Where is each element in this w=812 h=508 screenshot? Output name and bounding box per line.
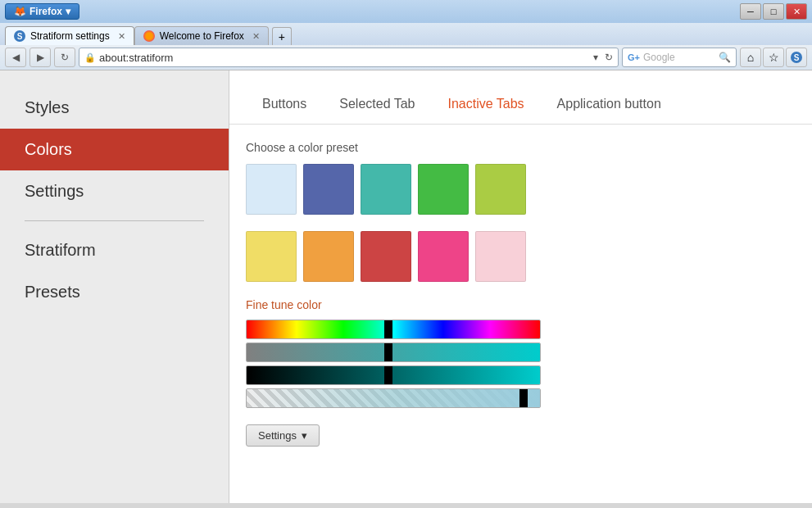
window-controls: ─ □ ✕ — [740, 3, 807, 20]
forward-button[interactable]: ▶ — [29, 48, 51, 67]
firefox-menu-button[interactable]: 🦊 Firefox ▾ — [5, 3, 79, 20]
app-container: Styles Colors Settings Stratiform Preset… — [0, 70, 812, 503]
nav-bar: ◀ ▶ ↻ 🔒 about:stratiform ▾ ↻ G+ Google 🔍… — [0, 45, 812, 70]
account-button[interactable]: S — [786, 48, 807, 67]
close-button[interactable]: ✕ — [786, 3, 807, 20]
tabs-bar: S Stratiform settings ✕ Welcome to Firef… — [0, 23, 812, 45]
opacity-slider[interactable] — [246, 388, 541, 408]
sidebar-item-colors[interactable]: Colors — [0, 129, 229, 170]
preset-label: Choose a color preset — [246, 141, 796, 154]
address-bar[interactable]: 🔒 about:stratiform ▾ ↻ — [79, 48, 619, 67]
bookmark-button[interactable]: ☆ — [763, 48, 784, 67]
refresh-button[interactable]: ↻ — [54, 48, 75, 67]
title-bar: 🦊 Firefox ▾ ─ □ ✕ — [0, 0, 812, 23]
search-placeholder: Google — [643, 52, 675, 63]
address-dropdown[interactable]: ▾ — [593, 52, 598, 63]
tab-firefox-welcome[interactable]: Welcome to Firefox ✕ — [134, 26, 269, 45]
swatch-red[interactable] — [361, 231, 411, 282]
minimize-button[interactable]: ─ — [740, 3, 761, 20]
toolbar-icons: ⌂ ☆ S — [740, 48, 807, 67]
lock-icon: 🔒 — [84, 52, 96, 63]
sidebar-item-settings[interactable]: Settings — [0, 170, 229, 212]
opacity-thumb[interactable] — [519, 389, 528, 407]
maximize-button[interactable]: □ — [763, 3, 784, 20]
sidebar-item-stratiform[interactable]: Stratiform — [0, 229, 229, 271]
content-area: Choose a color preset Fine tune color — [229, 125, 812, 463]
tab-application-button[interactable]: Application button — [541, 87, 678, 124]
swatch-pink[interactable] — [418, 231, 469, 282]
swatch-yellow[interactable] — [246, 231, 297, 282]
tab-close-firefox[interactable]: ✕ — [252, 31, 260, 42]
dropdown-chevron-icon: ▾ — [302, 429, 307, 442]
tab-label: Stratiform settings — [30, 30, 110, 42]
color-swatches-row1 — [246, 164, 796, 215]
swatch-orange[interactable] — [303, 231, 354, 282]
sidebar: Styles Colors Settings Stratiform Preset… — [0, 70, 229, 503]
swatch-light-pink[interactable] — [475, 231, 526, 282]
swatch-green[interactable] — [418, 164, 469, 215]
top-tabs: Buttons Selected Tab Inactive Tabs Appli… — [229, 70, 812, 125]
fine-tune-label: Fine tune color — [246, 298, 796, 311]
firefox-favicon — [143, 30, 155, 42]
hue-thumb[interactable] — [384, 320, 392, 338]
swatch-light-blue[interactable] — [246, 164, 297, 215]
tab-label: Welcome to Firefox — [160, 30, 244, 42]
home-button[interactable]: ⌂ — [740, 48, 761, 67]
new-tab-button[interactable]: + — [272, 27, 292, 45]
tab-inactive-tabs[interactable]: Inactive Tabs — [431, 87, 540, 124]
sidebar-item-styles[interactable]: Styles — [0, 87, 229, 129]
tab-buttons[interactable]: Buttons — [246, 87, 323, 124]
url-text: about:stratiform — [99, 52, 173, 64]
settings-dropdown-button[interactable]: Settings ▾ — [246, 424, 320, 447]
stratiform-favicon: S — [14, 30, 25, 42]
sidebar-item-presets[interactable]: Presets — [0, 271, 229, 313]
color-swatches-row2 — [246, 231, 796, 282]
tab-selected-tab[interactable]: Selected Tab — [323, 87, 431, 124]
swatch-lime[interactable] — [475, 164, 526, 215]
saturation-thumb[interactable] — [384, 343, 392, 361]
main-panel: Buttons Selected Tab Inactive Tabs Appli… — [229, 70, 812, 503]
google-logo: G+ — [628, 52, 640, 62]
hue-slider[interactable] — [246, 320, 541, 339]
sliders-area — [246, 320, 796, 408]
tab-close-stratiform[interactable]: ✕ — [118, 31, 125, 42]
brightness-slider[interactable] — [246, 365, 541, 385]
swatch-teal[interactable] — [361, 164, 411, 215]
sidebar-divider — [25, 220, 204, 221]
tab-stratiform-settings[interactable]: S Stratiform settings ✕ — [5, 26, 134, 45]
account-icon: S — [791, 52, 802, 63]
swatch-blue-purple[interactable] — [303, 164, 354, 215]
search-icon[interactable]: 🔍 — [719, 52, 731, 63]
back-button[interactable]: ◀ — [5, 48, 26, 67]
brightness-thumb[interactable] — [384, 366, 392, 384]
firefox-logo: 🦊 — [14, 6, 26, 17]
saturation-slider[interactable] — [246, 342, 541, 362]
search-bar[interactable]: G+ Google 🔍 — [622, 48, 737, 67]
address-refresh[interactable]: ↻ — [605, 52, 613, 63]
settings-btn-label: Settings — [258, 429, 297, 442]
